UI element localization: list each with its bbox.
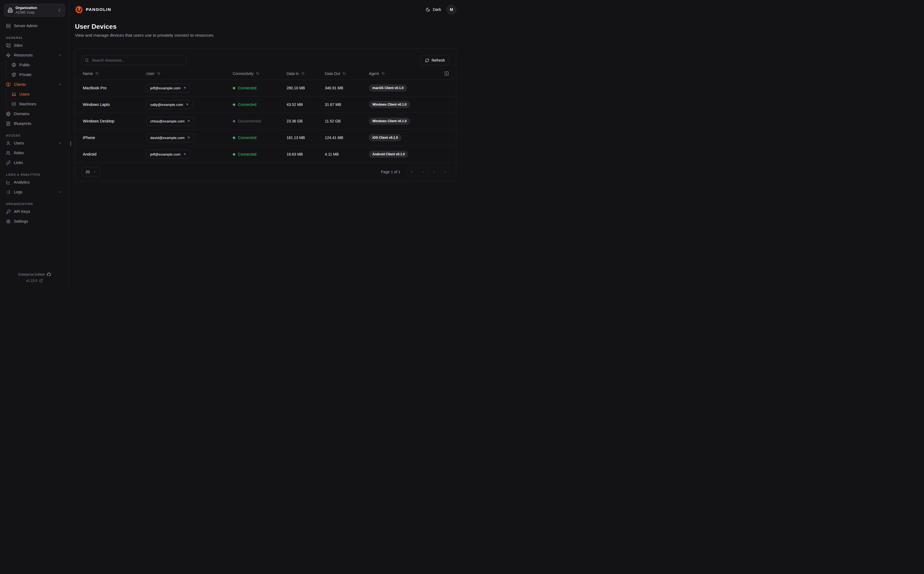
user-link-button[interactable]: jeff@example.com	[147, 150, 190, 159]
sidebar-item-links[interactable]: Links	[0, 158, 69, 167]
user-cell: david@example.com	[147, 133, 233, 142]
column-header-data-out[interactable]: Data Out	[325, 71, 369, 76]
theme-toggle[interactable]: Dark	[426, 7, 441, 12]
agent-cell: Windows Client v0.1.0	[369, 101, 437, 108]
page-size-select[interactable]: 20	[82, 167, 100, 177]
chevrons-up-down-icon	[58, 8, 61, 12]
sidebar: Organization ACME Corp. Server Admin GEN…	[0, 0, 69, 287]
connectivity-status: Connected	[233, 152, 287, 156]
columns-toggle-button[interactable]	[444, 71, 449, 76]
device-name: Windows Lapto	[83, 102, 147, 107]
device-name: Android	[83, 152, 147, 156]
sidebar-item-private[interactable]: Private	[6, 70, 69, 80]
sidebar-item-domains[interactable]: Domains	[0, 109, 69, 119]
column-label: Data In	[287, 71, 299, 76]
sidebar-item-label: Users	[19, 92, 30, 96]
chevrons-right-icon	[443, 170, 447, 174]
card-toolbar: Refresh	[75, 49, 456, 65]
refresh-button[interactable]: Refresh	[421, 55, 449, 65]
sidebar-item-clients[interactable]: Clients	[0, 80, 69, 89]
sidebar-item-client-users[interactable]: Users	[6, 89, 69, 99]
sidebar-resize-handle[interactable]	[70, 141, 71, 146]
refresh-label: Refresh	[432, 58, 445, 63]
sidebar-item-label: Analytics	[14, 180, 30, 184]
sort-icon	[382, 72, 385, 75]
sidebar-item-analytics[interactable]: Analytics	[0, 177, 69, 187]
github-icon	[47, 273, 51, 276]
external-link-icon	[39, 279, 43, 283]
chevrons-left-icon	[410, 170, 414, 174]
globe-lock-icon	[12, 73, 16, 77]
status-label: Disconnected	[238, 119, 261, 123]
sidebar-section-logs-analytics: LOGS & ANALYTICS	[0, 173, 69, 176]
user-link-button[interactable]: david@example.com	[147, 133, 194, 142]
column-header-agent[interactable]: Agent	[369, 71, 437, 76]
users-icon	[6, 151, 11, 155]
sort-icon	[157, 72, 161, 75]
column-label: User	[147, 71, 155, 76]
agent-cell: iOS Client v0.1.0	[369, 134, 437, 141]
app-root: Organization ACME Corp. Server Admin GEN…	[0, 0, 462, 287]
prev-page-button[interactable]	[419, 167, 427, 176]
first-page-button[interactable]	[407, 167, 416, 176]
connectivity-status: Connected	[233, 102, 287, 107]
data-in-value: 181.13 MB	[287, 136, 325, 140]
sidebar-item-settings[interactable]: Settings	[0, 216, 69, 226]
sidebar-item-sites[interactable]: Sites	[0, 41, 69, 50]
gear-icon	[6, 219, 11, 224]
avatar[interactable]: M	[446, 5, 456, 14]
org-switcher-label: Organization	[16, 6, 55, 10]
org-switcher-text: Organization ACME Corp.	[16, 6, 55, 15]
main-area: PANGOLIN Dark M User Devices View and ma…	[69, 0, 462, 287]
search-input[interactable]	[82, 55, 187, 65]
sidebar-item-blueprints[interactable]: Blueprints	[0, 119, 69, 128]
status-label: Connected	[238, 152, 256, 156]
sidebar-item-logs[interactable]: Logs	[0, 187, 69, 197]
server-icon	[6, 24, 11, 28]
sidebar-item-label: Resources	[14, 53, 33, 57]
status-dot	[233, 137, 235, 139]
next-page-button[interactable]	[430, 167, 438, 176]
column-header-data-in[interactable]: Data In	[287, 71, 325, 76]
sidebar-footer: Enterprise Edition v1.13.0	[0, 269, 69, 287]
chevron-down-icon	[58, 190, 62, 194]
laptop-icon	[12, 92, 16, 96]
arrow-up-right-icon	[187, 136, 190, 139]
sidebar-item-resources[interactable]: Resources	[0, 50, 69, 60]
sidebar-item-label: Logs	[14, 190, 22, 194]
sidebar-item-api-keys[interactable]: API Keys	[0, 207, 69, 216]
version-link[interactable]: v1.13.0	[26, 279, 43, 283]
devices-table: Name User Connectivity Data In	[75, 67, 456, 162]
sidebar-item-roles[interactable]: Roles	[0, 148, 69, 158]
sidebar-item-server-admin[interactable]: Server Admin	[0, 21, 69, 31]
sidebar-item-label: Domains	[14, 112, 29, 116]
chevron-left-icon	[421, 170, 425, 174]
data-out-value: 346.91 MB	[325, 86, 369, 90]
user-cell: jeff@example.com	[147, 84, 233, 93]
device-name: Windows Desktop	[83, 119, 147, 123]
arrow-up-right-icon	[183, 153, 186, 156]
user-link-button[interactable]: sally@example.com	[147, 100, 192, 109]
edition-link[interactable]: Enterprise Edition	[18, 273, 51, 276]
column-header-connectivity[interactable]: Connectivity	[233, 71, 287, 76]
pager: Page 1 of 1	[381, 167, 449, 176]
org-switcher[interactable]: Organization ACME Corp.	[4, 4, 65, 17]
sidebar-item-label: Server Admin	[14, 24, 38, 28]
brand[interactable]: PANGOLIN	[75, 5, 111, 14]
data-out-value: 31.67 MB	[325, 102, 369, 107]
globe-icon	[6, 112, 11, 116]
sidebar-item-machines[interactable]: Machines	[6, 99, 69, 109]
agent-badge: Android Client v0.1.0	[369, 151, 408, 158]
search-box	[82, 55, 187, 65]
link-icon	[6, 161, 11, 165]
user-link-button[interactable]: jeff@example.com	[147, 84, 190, 93]
key-icon	[6, 209, 11, 214]
user-link-button[interactable]: chloe@example.com	[147, 117, 194, 126]
column-header-user[interactable]: User	[147, 71, 233, 76]
avatar-initial: M	[450, 7, 453, 12]
agent-cell: macOS Client v0.1.0	[369, 84, 437, 91]
column-header-name[interactable]: Name	[83, 71, 147, 76]
last-page-button[interactable]	[441, 167, 449, 176]
sidebar-item-users[interactable]: Users	[0, 138, 69, 148]
sidebar-item-public[interactable]: Public	[6, 60, 69, 70]
